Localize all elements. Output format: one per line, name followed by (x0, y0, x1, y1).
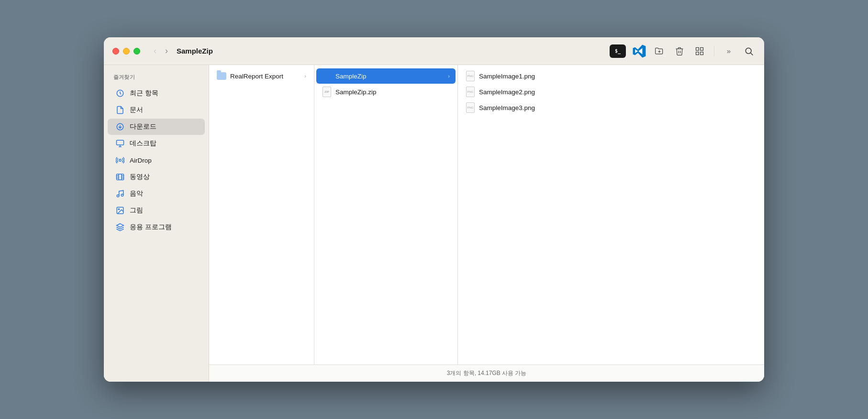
sidebar-label-music: 음악 (130, 189, 143, 198)
svg-rect-15 (117, 174, 124, 180)
folder-icon-samplezip (322, 71, 332, 81)
delete-button[interactable] (673, 44, 686, 58)
terminal-icon: $_ (615, 48, 621, 54)
titlebar: ‹ › SampleZip $_ (104, 37, 764, 65)
more-icon: » (727, 47, 731, 55)
sidebar-item-pictures[interactable]: 그림 (108, 202, 205, 219)
sidebar-label-airdrop: AirDrop (130, 157, 152, 164)
sidebar-label-apps: 응용 프로그램 (130, 223, 172, 232)
sidebar-item-apps[interactable]: 응용 프로그램 (108, 219, 205, 235)
titlebar-tools: $_ (610, 44, 756, 58)
sidebar: 즐겨찾기 최근 항목 문서 (104, 65, 209, 382)
file-item-samplezip-folder[interactable]: SampleZip › (316, 68, 456, 84)
sidebar-item-movies[interactable]: 동영상 (108, 169, 205, 185)
photo-icon (115, 206, 125, 215)
folder-icon-realreport (217, 71, 226, 81)
file-browser: RealReport Export › SampleZip › (209, 65, 764, 382)
svg-point-14 (119, 159, 122, 162)
chevron-icon: › (304, 73, 306, 79)
file-item-samplezip-zip[interactable]: ZIP SampleZip.zip (316, 84, 456, 99)
file-item-img3[interactable]: PNG SampleImage3.png (460, 100, 762, 115)
close-button[interactable] (112, 48, 119, 55)
svg-line-7 (751, 53, 753, 55)
sidebar-label-pictures: 그림 (130, 206, 143, 215)
svg-point-22 (117, 195, 119, 197)
file-label-img1: SampleImage1.png (479, 73, 535, 80)
forward-button[interactable]: › (163, 44, 170, 58)
svg-point-25 (118, 209, 119, 210)
svg-rect-3 (701, 47, 703, 50)
png-icon-img2: PNG (466, 87, 475, 97)
column-1: RealReport Export › (209, 65, 314, 364)
zip-icon-samplezip: ZIP (322, 87, 332, 97)
view-button[interactable] (693, 44, 706, 58)
apps-icon (115, 222, 125, 232)
film-icon (115, 172, 125, 182)
sidebar-label-desktop: 데스크탑 (130, 139, 156, 148)
terminal-button[interactable]: $_ (610, 44, 626, 58)
file-item-img2[interactable]: PNG SampleImage2.png (460, 84, 762, 99)
sidebar-item-documents[interactable]: 문서 (108, 102, 205, 118)
view-icon (695, 46, 704, 56)
delete-icon (675, 46, 684, 56)
svg-rect-11 (117, 140, 124, 145)
fullscreen-button[interactable] (134, 48, 140, 55)
doc-icon (115, 105, 125, 115)
search-icon (744, 46, 754, 56)
minimize-button[interactable] (123, 48, 130, 55)
vscode-button[interactable] (633, 44, 646, 58)
svg-rect-2 (696, 47, 699, 50)
png-icon-img3: PNG (466, 103, 475, 112)
vscode-icon (633, 44, 646, 58)
sidebar-label-downloads: 다운로드 (130, 122, 156, 131)
download-icon (115, 122, 125, 132)
search-button[interactable] (742, 44, 756, 58)
clock-icon (115, 88, 125, 98)
titlebar-center: ‹ › SampleZip (152, 44, 610, 58)
music-icon (115, 189, 125, 198)
toolbar-divider (714, 46, 714, 56)
svg-rect-5 (701, 52, 703, 55)
file-item-realreport[interactable]: RealReport Export › (211, 68, 312, 84)
more-button[interactable]: » (722, 44, 735, 58)
column-2: SampleZip › ZIP SampleZip.zip (314, 65, 458, 364)
columns-area: RealReport Export › SampleZip › (209, 65, 764, 364)
sidebar-item-airdrop[interactable]: AirDrop (108, 152, 205, 168)
file-label-img2: SampleImage2.png (479, 88, 535, 96)
main-content: 즐겨찾기 최근 항목 문서 (104, 65, 764, 382)
traffic-lights (112, 48, 140, 55)
svg-point-6 (746, 48, 751, 54)
sidebar-label-movies: 동영상 (130, 173, 150, 181)
column-3: PNG SampleImage1.png PNG SampleImage2.pn… (458, 65, 764, 364)
back-button[interactable]: ‹ (152, 44, 158, 58)
file-label-samplezip-zip: SampleZip.zip (335, 88, 377, 96)
new-folder-button[interactable] (653, 44, 666, 58)
sidebar-item-desktop[interactable]: 데스크탑 (108, 135, 205, 152)
sidebar-label-documents: 문서 (130, 106, 143, 114)
file-label-realreport: RealReport Export (230, 73, 283, 80)
file-item-img1[interactable]: PNG SampleImage1.png (460, 68, 762, 84)
file-label-samplezip-folder: SampleZip (335, 73, 367, 80)
sidebar-item-music[interactable]: 음악 (108, 186, 205, 202)
chevron-icon-samplezip: › (448, 73, 450, 79)
sidebar-item-downloads[interactable]: 다운로드 (108, 119, 205, 135)
status-text: 3개의 항목, 14.17GB 사용 가능 (447, 369, 527, 377)
airdrop-icon (115, 155, 125, 165)
window-title: SampleZip (177, 47, 213, 55)
sidebar-item-recents[interactable]: 최근 항목 (108, 85, 205, 101)
sidebar-label-recents: 최근 항목 (130, 89, 158, 98)
svg-point-23 (121, 194, 123, 197)
png-icon-img1: PNG (466, 71, 475, 81)
file-label-img3: SampleImage3.png (479, 104, 535, 111)
status-bar: 3개의 항목, 14.17GB 사용 가능 (209, 364, 764, 382)
desktop-icon (115, 139, 125, 148)
new-folder-icon (655, 46, 664, 56)
svg-rect-4 (696, 52, 699, 55)
sidebar-section-title: 즐겨찾기 (104, 74, 209, 85)
finder-window: ‹ › SampleZip $_ (104, 37, 764, 382)
